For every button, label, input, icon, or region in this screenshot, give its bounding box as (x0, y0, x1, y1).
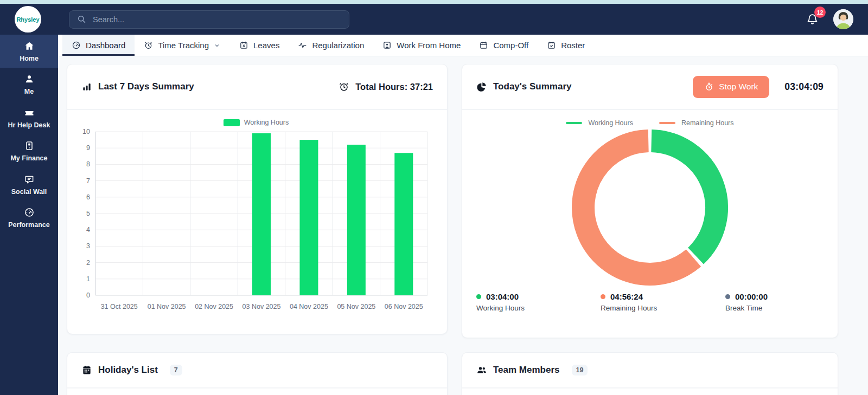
bar-chart-icon (81, 81, 92, 92)
topbar: Rhysley 12 (0, 4, 868, 35)
stat-remaining-hours: 04:56:24Remaining Hours (601, 292, 725, 312)
svg-text:4: 4 (86, 226, 90, 234)
sidebar: HomeMeHr Help DeskMy FinanceSocial WallP… (0, 35, 58, 395)
legend-swatch (566, 122, 582, 124)
stat-label: Break Time (725, 304, 824, 312)
stat-working-hours: 03:04:00Working Hours (476, 292, 601, 312)
tab-label: Time Tracking (158, 41, 209, 50)
holidays-header: Holiday's List 7 (67, 353, 447, 388)
total-hours-text: Total Hours: 37:21 (355, 82, 433, 92)
notification-bell[interactable]: 12 (806, 12, 819, 26)
gauge-icon (24, 207, 35, 218)
bar (252, 133, 271, 295)
sidebar-item-my-finance[interactable]: My Finance (0, 134, 58, 167)
sidebar-item-label: Home (20, 55, 39, 62)
search-input[interactable] (93, 15, 342, 24)
alarm-icon (144, 41, 153, 50)
tab-roster[interactable]: Roster (538, 35, 594, 56)
sidebar-item-hr-help-desk[interactable]: Hr Help Desk (0, 101, 58, 134)
svg-text:5: 5 (86, 210, 90, 217)
card-title: Team Members (493, 365, 560, 375)
tab-label: Dashboard (86, 41, 125, 50)
svg-text:9: 9 (86, 144, 90, 152)
stat-dot (476, 294, 481, 299)
card-title: Last 7 Days Summary (98, 81, 194, 92)
holidays-card: Holiday's List 7 (67, 352, 448, 395)
search-bar[interactable] (69, 10, 349, 29)
x-axis-label: 04 Nov 2025 (290, 303, 328, 310)
pie-chart-icon (476, 81, 487, 92)
tab-label: Comp-Off (493, 41, 528, 50)
legend-swatch (659, 122, 675, 124)
calendar-x-icon (239, 41, 248, 50)
tab-leaves[interactable]: Leaves (230, 35, 289, 56)
bar-chart-legend: Working Hours (76, 119, 436, 126)
svg-text:7: 7 (86, 177, 90, 185)
svg-text:6: 6 (86, 193, 90, 201)
calendar-check-icon (547, 41, 556, 50)
notification-badge: 12 (814, 7, 826, 18)
donut-slice-working-hours (652, 141, 717, 256)
bar (347, 145, 366, 295)
svg-text:8: 8 (86, 160, 90, 168)
ticket-icon (24, 107, 35, 118)
team-members-card: Team Members 19 (462, 352, 838, 395)
sidebar-item-label: Hr Help Desk (8, 121, 50, 129)
search-icon (76, 14, 87, 24)
donut-slice-remaining-hours (583, 141, 693, 274)
svg-text:3: 3 (86, 242, 90, 250)
sidebar-item-home[interactable]: Home (0, 35, 58, 68)
chevron-down-icon (213, 42, 221, 49)
tab-regularization[interactable]: Regularization (289, 35, 373, 56)
sidebar-item-me[interactable]: Me (0, 68, 58, 101)
user-icon (24, 74, 35, 85)
tab-comp-off[interactable]: Comp-Off (470, 35, 538, 56)
bar (394, 153, 413, 295)
team-count-badge: 19 (572, 365, 588, 375)
sidebar-item-social-wall[interactable]: Social Wall (0, 168, 58, 201)
bar (299, 140, 318, 295)
svg-text:0: 0 (86, 292, 90, 299)
pulse-icon (298, 41, 307, 50)
avatar[interactable] (833, 9, 853, 29)
sidebar-item-label: Social Wall (11, 188, 47, 196)
stat-label: Remaining Hours (601, 304, 725, 312)
bar-legend-label: Working Hours (244, 119, 289, 126)
stop-work-button[interactable]: Stop Work (693, 76, 769, 98)
donut-legend-item[interactable]: Working Hours (566, 119, 633, 127)
last-7-days-header: Last 7 Days Summary Total Hours: 37:21 (67, 64, 447, 110)
donut-legend-item[interactable]: Remaining Hours (659, 119, 734, 127)
stat-value: 00:00:00 (735, 292, 768, 301)
logo-text: Rhysley (16, 16, 39, 23)
last-7-days-card: Last 7 Days Summary Total Hours: 37:21 W… (67, 64, 448, 334)
today-stats: 03:04:00Working Hours04:56:24Remaining H… (462, 287, 838, 312)
svg-text:10: 10 (82, 128, 90, 135)
avatar-image (833, 9, 853, 29)
alarm-clock-icon (339, 81, 349, 92)
tab-bar: DashboardTime TrackingLeavesRegularizati… (58, 35, 868, 56)
team-members-header: Team Members 19 (462, 353, 838, 388)
todays-summary-card: Today's Summary Stop Work 03:04:09 Worki… (462, 64, 838, 338)
donut-legend: Working HoursRemaining Hours (462, 119, 838, 127)
todays-summary-header: Today's Summary Stop Work 03:04:09 (462, 64, 838, 110)
tab-work-from-home[interactable]: Work From Home (373, 35, 470, 56)
logo[interactable]: Rhysley (15, 6, 41, 33)
chat-icon (24, 174, 35, 185)
home-icon (24, 41, 35, 51)
calendar-icon (81, 365, 92, 375)
card-title: Today's Summary (493, 81, 572, 92)
sidebar-item-performance[interactable]: Performance (0, 201, 58, 234)
x-axis-label: 05 Nov 2025 (337, 303, 375, 310)
sidebar-item-label: My Finance (10, 154, 47, 162)
tab-label: Roster (561, 41, 585, 50)
stopwatch-icon (704, 82, 714, 92)
tab-dashboard[interactable]: Dashboard (62, 35, 135, 56)
stat-value: 04:56:24 (610, 292, 643, 301)
svg-text:2: 2 (86, 259, 90, 267)
tab-time-tracking[interactable]: Time Tracking (135, 35, 230, 56)
donut-chart (571, 128, 729, 287)
stat-dot (725, 294, 730, 299)
stat-dot (601, 294, 605, 299)
tablet-icon (24, 140, 35, 151)
tab-label: Leaves (253, 41, 279, 50)
